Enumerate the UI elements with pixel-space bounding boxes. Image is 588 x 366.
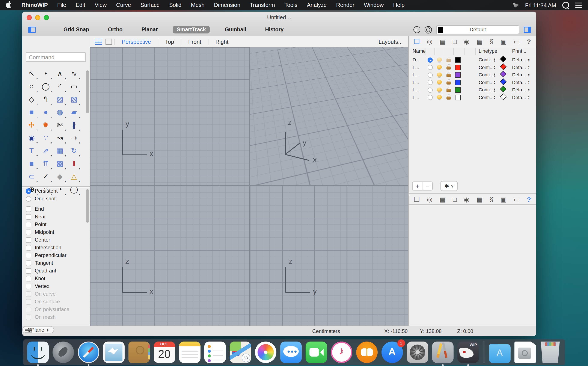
dock-item-maps[interactable]: 2803D — [229, 342, 251, 363]
move-tool[interactable]: △ — [67, 170, 81, 183]
single-point-tool[interactable]: • — [39, 67, 52, 80]
right-sidebar-toggle-icon[interactable] — [524, 26, 531, 33]
menu-item-solid[interactable]: Solid — [164, 0, 186, 10]
osnap-checkbox-midpoint[interactable]: Midpoint — [26, 228, 90, 236]
zoom-button[interactable] — [44, 15, 49, 20]
layouts-button[interactable]: Layouts... — [378, 38, 409, 45]
units-label[interactable]: Centimeters — [312, 328, 340, 334]
layer-color-swatch[interactable] — [455, 80, 461, 85]
dock-item-finder[interactable] — [27, 342, 48, 363]
column-print[interactable]: Print... — [512, 48, 526, 54]
layer-lock-icon[interactable] — [446, 81, 451, 84]
material-diamond-icon[interactable] — [500, 78, 506, 85]
layer-current-radio[interactable] — [428, 57, 433, 62]
layer-row[interactable]: D...Conti...Defa... — [409, 56, 536, 64]
menu-item-view[interactable]: View — [90, 0, 112, 10]
dock-item-facetime[interactable] — [305, 342, 327, 363]
toggle-ortho[interactable]: Ortho — [104, 26, 126, 34]
toggle-planar[interactable]: Planar — [138, 26, 162, 34]
layer-current-radio[interactable] — [428, 95, 433, 100]
viewport-front[interactable]: z x — [90, 186, 249, 326]
linetype-stepper-icon[interactable] — [493, 80, 496, 85]
layer-row[interactable]: L...Conti...Defa... — [409, 71, 536, 79]
print-stepper-icon[interactable] — [527, 57, 530, 63]
print-stepper-icon[interactable] — [527, 72, 530, 78]
sphere-tool[interactable]: ● — [39, 106, 52, 118]
layer-visibility-bulb-icon[interactable] — [437, 57, 442, 61]
layer-color-swatch[interactable] — [455, 72, 461, 78]
material-diamond-icon[interactable] — [500, 86, 506, 92]
selection-pointer-tool[interactable]: ↖ — [25, 67, 38, 80]
command-input[interactable]: Command — [26, 52, 86, 62]
window-title[interactable]: Untitled — [267, 14, 291, 21]
menu-item-dimension[interactable]: Dimension — [209, 0, 245, 10]
check-geometry-tool[interactable]: ✓ — [39, 170, 52, 183]
linetype-stepper-icon[interactable] — [493, 72, 496, 78]
offset-curve-tool[interactable]: ⊂ — [25, 170, 38, 183]
box-tool[interactable]: ■ — [25, 106, 38, 118]
dock-item-itunes[interactable] — [331, 342, 352, 363]
display-icon[interactable]: ▭ — [514, 196, 520, 203]
polygon-tool[interactable]: ◇ — [25, 93, 38, 106]
osnap-checkbox-center[interactable]: Center — [26, 236, 90, 244]
spotlight-search-icon[interactable] — [562, 2, 569, 8]
menu-item-mesh[interactable]: Mesh — [186, 0, 209, 10]
surface-patch-tool[interactable]: ▰ — [67, 106, 81, 118]
explode-tool[interactable]: ✹ — [39, 118, 52, 131]
curve-fillet-tool[interactable]: ↰ — [39, 93, 52, 106]
menu-item-curve[interactable]: Curve — [111, 0, 136, 10]
display-icon[interactable]: ▭ — [514, 38, 520, 45]
trim-tool[interactable]: ✄ — [53, 118, 67, 131]
dock-item-applications-folder[interactable]: A — [489, 342, 510, 363]
help-icon[interactable]: ? — [527, 38, 531, 45]
print-stepper-icon[interactable] — [527, 87, 530, 93]
camera-icon[interactable]: ◉ — [464, 196, 469, 203]
extend-curve-tool[interactable]: ⇢ — [67, 131, 81, 144]
layer-lock-icon[interactable] — [446, 59, 451, 62]
print-stepper-icon[interactable] — [527, 95, 530, 100]
script-icon[interactable]: § — [490, 196, 493, 203]
menu-item-help[interactable]: Help — [388, 0, 409, 10]
record-history-icon[interactable] — [414, 26, 420, 33]
osnap-circle-icon[interactable] — [425, 26, 432, 33]
osnap-checkbox-vertex[interactable]: Vertex — [26, 282, 90, 290]
toggle-gumball[interactable]: Gumball — [221, 26, 250, 34]
menu-clock[interactable]: Fri 11:34 AM — [525, 2, 556, 8]
osnap-scrollbar[interactable] — [86, 189, 89, 223]
text-object-tool[interactable]: T — [25, 144, 38, 157]
osnap-checkbox-intersection[interactable]: Intersection — [26, 244, 90, 252]
column-linetype[interactable]: Linetype — [479, 48, 497, 54]
tool-palette-scrollbar[interactable] — [86, 70, 89, 113]
dock-item-app-store[interactable]: A1 — [381, 342, 403, 363]
notes-icon[interactable]: ▤ — [440, 38, 446, 45]
menu-item-surface[interactable]: Surface — [136, 0, 165, 10]
osnap-checkbox-near[interactable]: Near — [26, 213, 90, 221]
layer-row[interactable]: L...Conti...Defa... — [409, 64, 536, 71]
script-icon[interactable]: § — [490, 38, 493, 45]
control-point-curve-tool[interactable]: ∧ — [53, 67, 67, 80]
primitive-solids-tool[interactable]: ◆ — [53, 170, 67, 183]
layer-color-swatch[interactable] — [455, 95, 461, 100]
arc-tool[interactable]: ◜ — [53, 80, 67, 93]
dock-item-reminders[interactable] — [204, 342, 226, 363]
dock-item-mail[interactable] — [103, 342, 124, 363]
menu-item-window[interactable]: Window — [359, 0, 389, 10]
split-tool[interactable]: ∦ — [67, 118, 81, 131]
menu-item-rhinowip[interactable]: RhinoWIP — [17, 0, 53, 10]
dock-item-messages[interactable] — [280, 342, 302, 363]
blend-curve-tool[interactable]: ↝ — [53, 131, 67, 144]
dock-item-notes[interactable] — [179, 342, 200, 363]
layer-lock-icon[interactable] — [446, 74, 451, 77]
notification-center-icon[interactable] — [575, 3, 582, 8]
dock-item-system-preferences[interactable] — [407, 342, 428, 363]
circle-tool[interactable]: ○ — [25, 80, 38, 93]
layer-color-swatch[interactable] — [455, 65, 461, 70]
mesh-icon[interactable]: ▦ — [476, 196, 482, 203]
dock-item-photos[interactable] — [255, 342, 276, 363]
surface-loft-tool[interactable]: ▧ — [67, 93, 81, 106]
current-layer-selector[interactable]: Default — [436, 25, 519, 34]
viewport-top[interactable]: y x — [90, 47, 249, 185]
mesh-icon[interactable]: ▦ — [476, 38, 482, 45]
menu-item-tools[interactable]: Tools — [280, 0, 302, 10]
linetype-stepper-icon[interactable] — [493, 87, 496, 93]
